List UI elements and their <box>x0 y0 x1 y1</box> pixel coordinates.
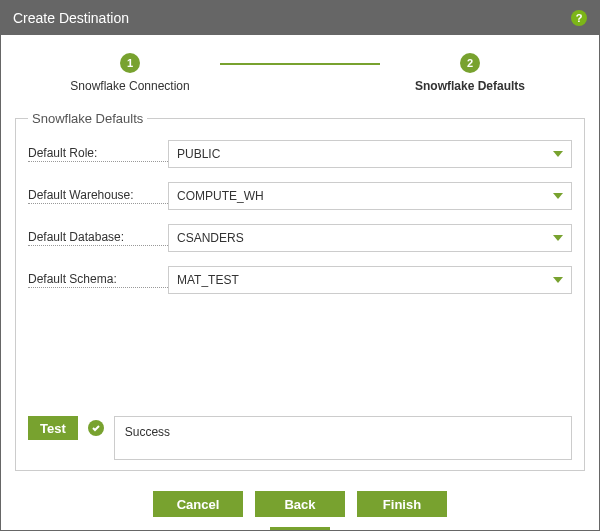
spacer <box>28 294 572 406</box>
test-button[interactable]: Test <box>28 416 78 440</box>
form-rows: Default Role: PUBLIC Default Warehouse: … <box>28 140 572 294</box>
wizard-stepper: 1 Snowflake Connection 2 Snowflake Defau… <box>1 35 599 99</box>
dialog-title: Create Destination <box>13 10 129 26</box>
chevron-down-icon <box>553 235 563 241</box>
snowflake-defaults-fieldset: Snowflake Defaults Default Role: PUBLIC … <box>15 111 585 471</box>
titlebar: Create Destination ? <box>1 1 599 35</box>
dialog-body: Snowflake Defaults Default Role: PUBLIC … <box>1 99 599 479</box>
step-label: Snowflake Connection <box>70 79 189 93</box>
finish-button[interactable]: Finish <box>357 491 447 517</box>
footer-accent <box>270 527 330 530</box>
chevron-down-icon <box>553 277 563 283</box>
label-default-database: Default Database: <box>28 230 168 246</box>
svg-marker-2 <box>553 235 563 241</box>
fieldset-legend: Snowflake Defaults <box>28 111 147 126</box>
dialog-footer: Cancel Back Finish <box>1 479 599 527</box>
select-default-role[interactable]: PUBLIC <box>168 140 572 168</box>
label-default-warehouse: Default Warehouse: <box>28 188 168 204</box>
chevron-down-icon <box>553 151 563 157</box>
step-connection[interactable]: 1 Snowflake Connection <box>40 53 220 93</box>
test-result-text: Success <box>125 425 170 439</box>
row-default-database: Default Database: CSANDERS <box>28 224 572 252</box>
check-circle-icon <box>88 420 104 436</box>
step-label: Snowflake Defaults <box>415 79 525 93</box>
select-value: PUBLIC <box>177 147 220 161</box>
row-default-role: Default Role: PUBLIC <box>28 140 572 168</box>
label-default-role: Default Role: <box>28 146 168 162</box>
row-default-warehouse: Default Warehouse: COMPUTE_WH <box>28 182 572 210</box>
select-default-schema[interactable]: MAT_TEST <box>168 266 572 294</box>
select-value: MAT_TEST <box>177 273 239 287</box>
step-circle: 1 <box>120 53 140 73</box>
select-value: CSANDERS <box>177 231 244 245</box>
cancel-button[interactable]: Cancel <box>153 491 243 517</box>
svg-marker-1 <box>553 193 563 199</box>
label-default-schema: Default Schema: <box>28 272 168 288</box>
help-icon[interactable]: ? <box>571 10 587 26</box>
svg-marker-3 <box>553 277 563 283</box>
select-default-database[interactable]: CSANDERS <box>168 224 572 252</box>
step-connector <box>220 63 380 65</box>
select-default-warehouse[interactable]: COMPUTE_WH <box>168 182 572 210</box>
select-value: COMPUTE_WH <box>177 189 264 203</box>
step-circle: 2 <box>460 53 480 73</box>
step-defaults[interactable]: 2 Snowflake Defaults <box>380 53 560 93</box>
back-button[interactable]: Back <box>255 491 345 517</box>
row-default-schema: Default Schema: MAT_TEST <box>28 266 572 294</box>
test-row: Test Success <box>28 416 572 460</box>
test-result-box: Success <box>114 416 572 460</box>
svg-marker-0 <box>553 151 563 157</box>
chevron-down-icon <box>553 193 563 199</box>
create-destination-dialog: Create Destination ? 1 Snowflake Connect… <box>0 0 600 531</box>
